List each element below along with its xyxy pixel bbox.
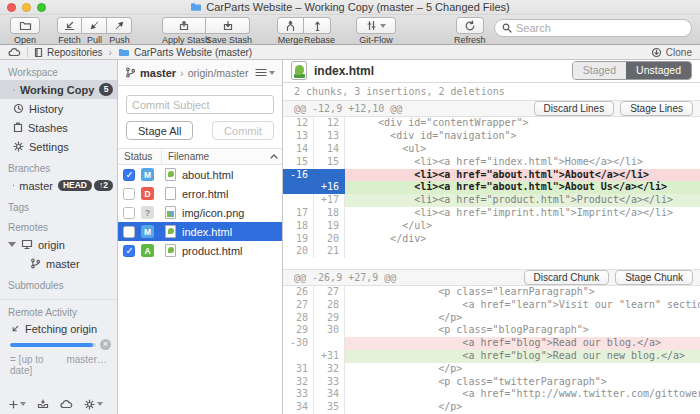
- file-row[interactable]: D error.html: [118, 184, 282, 203]
- current-branch-label[interactable]: master: [140, 67, 176, 79]
- minimize-window-button[interactable]: [22, 3, 31, 12]
- apply-stash-button[interactable]: [162, 17, 206, 34]
- new-line-number: [314, 169, 345, 182]
- cloud-icon[interactable]: [60, 400, 73, 409]
- sidebar-item-history[interactable]: History: [0, 99, 117, 118]
- folder-icon: [190, 2, 202, 12]
- tracking-branch-label[interactable]: origin/master: [188, 67, 249, 79]
- sync-button-group: Fetch Pull Push: [57, 17, 132, 45]
- remotes-header: Remotes: [0, 215, 117, 235]
- diff-code: <li><a href="about.html">About Us</a></l…: [345, 181, 700, 194]
- sidebar-item-stashes[interactable]: Stashes: [0, 118, 117, 137]
- push-button[interactable]: [107, 17, 132, 34]
- merge-button[interactable]: [277, 17, 304, 34]
- open-button[interactable]: Open: [10, 17, 40, 45]
- refresh-button[interactable]: Refresh: [454, 17, 486, 45]
- diff-line[interactable]: 12 12 <div id="contentWrapper">: [283, 117, 700, 130]
- file-checkbox[interactable]: [123, 226, 135, 238]
- hunk-range-label: @@ -12,9 +12,10 @@: [294, 103, 402, 114]
- sidebar-item-remote-origin[interactable]: origin: [0, 235, 117, 254]
- diff-line[interactable]: 32 33 <p class="twitterParagraph">: [283, 376, 700, 389]
- staged-tab[interactable]: Staged: [573, 62, 626, 79]
- file-list: M about.html D error.html ? img/icon.png…: [118, 165, 282, 260]
- action-gear-button[interactable]: [84, 399, 103, 410]
- new-line-number: 30: [314, 324, 345, 337]
- diff-line[interactable]: 33 34 <a href="http://www.twitter.com/gi…: [283, 388, 700, 401]
- sidebar-item-remote-master[interactable]: master: [0, 254, 117, 273]
- commit-subject-input[interactable]: [126, 95, 274, 114]
- submodules-header: Submodules: [0, 273, 117, 293]
- file-checkbox[interactable]: [123, 188, 135, 200]
- cancel-fetch-button[interactable]: ×: [100, 339, 111, 350]
- rebase-button[interactable]: [304, 17, 331, 34]
- hunk-range-label: @@ -26,9 +27,9 @@: [294, 272, 396, 283]
- file-checkbox[interactable]: [123, 169, 135, 181]
- stage-all-button[interactable]: Stage All: [126, 121, 193, 140]
- status-badge: M: [141, 225, 154, 238]
- close-window-button[interactable]: [7, 3, 16, 12]
- diff-line[interactable]: 15 15 <li><a href="index.html">Home</a><…: [283, 156, 700, 169]
- sidebar-item-branch-master[interactable]: master HEAD ↑2: [0, 176, 117, 195]
- diff-line[interactable]: 18 19 </ul>: [283, 220, 700, 233]
- commit-buttons: Stage All Commit: [118, 114, 282, 148]
- diff-line[interactable]: +17 <li><a href="product.html">Product</…: [283, 194, 700, 207]
- search-input[interactable]: [516, 22, 684, 34]
- diff-line[interactable]: 31 32 </p>: [283, 363, 700, 376]
- fetch-button[interactable]: [57, 17, 82, 34]
- tray-icon[interactable]: [37, 399, 49, 409]
- sidebar-item-settings[interactable]: Settings: [0, 137, 117, 156]
- file-row[interactable]: A product.html: [118, 241, 282, 260]
- file-checkbox[interactable]: [123, 245, 135, 257]
- diff-line[interactable]: 19 20 </div>: [283, 233, 700, 246]
- breadcrumb-repo[interactable]: CarParts Website (master): [118, 47, 252, 58]
- services-cloud-icon[interactable]: [8, 48, 21, 57]
- sidebar-item-working-copy[interactable]: Working Copy 5: [0, 80, 117, 99]
- diff-line[interactable]: +31 <a href="blog">Read our new blog.</a…: [283, 350, 700, 363]
- diff-line[interactable]: 28 29 </p>: [283, 312, 700, 325]
- diff-line[interactable]: 14 14 <ul>: [283, 143, 700, 156]
- diff-line[interactable]: -16 <li><a href="about.html">About</a></…: [283, 169, 700, 182]
- git-flow-button[interactable]: Git-Flow: [356, 17, 396, 45]
- save-stash-button[interactable]: [206, 17, 250, 34]
- diff-line[interactable]: +16 <li><a href="about.html">About Us</a…: [283, 181, 700, 194]
- file-row[interactable]: M index.html: [118, 222, 282, 241]
- filename-column-header[interactable]: Filename: [162, 151, 282, 162]
- zoom-window-button[interactable]: [37, 3, 46, 12]
- old-line-number: 13: [283, 130, 314, 143]
- file-checkbox[interactable]: [123, 207, 135, 219]
- discard-lines-button[interactable]: Discard Lines: [534, 101, 615, 116]
- status-column-header[interactable]: Status: [118, 149, 162, 164]
- file-row[interactable]: ? img/icon.png: [118, 203, 282, 222]
- diff-line[interactable]: 13 13 <div id="navigation">: [283, 130, 700, 143]
- apply-stash-icon: [178, 20, 190, 32]
- diff-line[interactable]: -30 <a href="blog">Read our blog.</a>: [283, 337, 700, 350]
- old-line-number: 17: [283, 207, 314, 220]
- breadcrumb-repositories[interactable]: Repositories: [34, 47, 103, 58]
- pull-icon: [89, 20, 100, 31]
- search-field[interactable]: [494, 19, 692, 37]
- discard-chunk-button[interactable]: Discard Chunk: [524, 270, 610, 285]
- diff-line[interactable]: 29 30 <p class="blogParagraph">: [283, 324, 700, 337]
- old-line-number: 14: [283, 143, 314, 156]
- view-options-button[interactable]: [255, 68, 275, 77]
- old-line-number: 33: [283, 388, 314, 401]
- diff-line[interactable]: 26 27 <p class="learnParagraph">: [283, 286, 700, 299]
- commit-button[interactable]: Commit: [212, 121, 274, 140]
- file-icon: [165, 206, 176, 219]
- disclosure-triangle-icon[interactable]: [8, 242, 16, 247]
- stage-lines-button[interactable]: Stage Lines: [620, 101, 693, 116]
- diff-line[interactable]: 20 21: [283, 245, 700, 258]
- add-button[interactable]: [9, 400, 26, 409]
- diff-line[interactable]: 17 18 <li><a href="imprint.html">Imprint…: [283, 207, 700, 220]
- remote-server-icon: [21, 239, 33, 250]
- status-badge: ?: [141, 206, 154, 219]
- file-row[interactable]: M about.html: [118, 165, 282, 184]
- pull-button[interactable]: [82, 17, 107, 34]
- stage-chunk-button[interactable]: Stage Chunk: [615, 270, 693, 285]
- diff-code: <a href="learn">Visit our "learn" sectio…: [345, 299, 700, 312]
- diff-line[interactable]: 34 35 </p>: [283, 401, 700, 414]
- diff-file-header: index.html Staged Unstaged: [283, 60, 700, 83]
- clone-button[interactable]: Clone: [651, 47, 692, 58]
- unstaged-tab[interactable]: Unstaged: [626, 62, 691, 79]
- diff-line[interactable]: 27 28 <a href="learn">Visit our "learn" …: [283, 299, 700, 312]
